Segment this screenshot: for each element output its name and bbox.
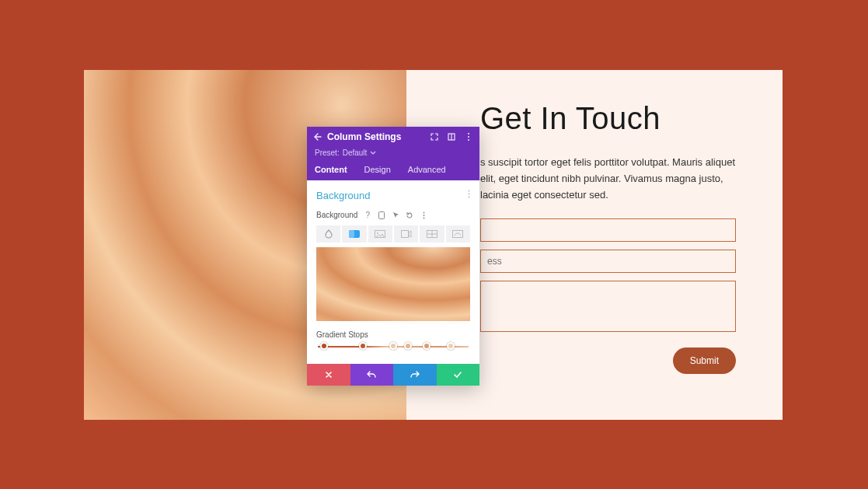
svg-point-8	[469, 197, 470, 198]
gradient-stop[interactable]	[423, 342, 431, 350]
redo-button[interactable]	[393, 364, 437, 386]
bg-tab-pattern[interactable]	[420, 225, 444, 243]
background-field-row: Background ?	[316, 211, 470, 219]
svg-point-6	[469, 190, 470, 192]
svg-rect-21	[453, 231, 463, 238]
gradient-stops-label: Gradient Stops	[316, 330, 470, 339]
kebab-icon[interactable]	[464, 132, 473, 141]
gradient-preview[interactable]	[316, 247, 470, 321]
chevron-down-icon	[370, 150, 376, 156]
gradient-stops-slider[interactable]	[318, 345, 469, 348]
preset-row[interactable]: Preset: Default	[307, 147, 479, 160]
tab-content[interactable]: Content	[315, 165, 347, 174]
page-title: Get In Touch	[480, 101, 736, 136]
tablet-icon[interactable]	[378, 211, 385, 219]
svg-point-11	[423, 215, 424, 216]
email-field[interactable]	[480, 250, 736, 273]
bg-tab-mask[interactable]	[446, 225, 470, 243]
reset-icon[interactable]	[406, 211, 413, 219]
panel-body: Background Background ?	[307, 180, 479, 364]
background-type-tabs	[316, 225, 470, 243]
svg-rect-22	[316, 247, 470, 321]
section-kebab-icon[interactable]	[468, 190, 470, 200]
gradient-stop[interactable]	[359, 342, 367, 350]
svg-point-7	[469, 194, 470, 195]
modal-footer	[307, 364, 479, 386]
expand-icon[interactable]	[430, 132, 439, 141]
bg-tab-color[interactable]	[316, 225, 340, 243]
back-icon[interactable]	[313, 132, 322, 141]
svg-point-10	[423, 211, 424, 213]
page-body: s suscipit tortor eget felis porttitor v…	[480, 155, 736, 203]
svg-point-12	[423, 217, 424, 218]
tab-advanced[interactable]: Advanced	[408, 165, 446, 174]
svg-point-5	[468, 139, 469, 141]
gradient-stop[interactable]	[389, 342, 397, 350]
bg-tab-gradient[interactable]	[342, 225, 366, 243]
svg-point-3	[468, 133, 469, 134]
undo-button[interactable]	[350, 364, 394, 386]
field-label: Background	[316, 211, 357, 219]
snap-icon[interactable]	[447, 132, 456, 141]
gradient-stop[interactable]	[404, 342, 412, 350]
name-field[interactable]	[480, 218, 736, 242]
svg-rect-14	[349, 230, 354, 238]
modal-title: Column Settings	[327, 131, 425, 142]
column-settings-modal: Column Settings Preset: Default Content …	[307, 127, 479, 386]
preset-value: Default	[343, 148, 368, 157]
hover-icon[interactable]	[392, 211, 399, 219]
tab-design[interactable]: Design	[364, 165, 391, 174]
svg-rect-17	[401, 231, 408, 238]
gradient-stop[interactable]	[447, 342, 455, 350]
modal-header[interactable]: Column Settings	[307, 127, 479, 147]
svg-point-4	[468, 136, 469, 138]
preset-label: Preset:	[315, 148, 340, 157]
help-icon[interactable]: ?	[364, 211, 371, 219]
save-button[interactable]	[437, 364, 480, 386]
bg-tab-image[interactable]	[368, 225, 392, 243]
svg-rect-9	[379, 211, 385, 218]
submit-button[interactable]: Submit	[673, 348, 736, 374]
message-field[interactable]	[480, 281, 736, 332]
section-title: Background	[316, 190, 470, 201]
gradient-stop[interactable]	[320, 342, 328, 350]
modal-tabs: Content Design Advanced	[307, 160, 479, 180]
field-kebab-icon[interactable]	[420, 211, 427, 219]
cancel-button[interactable]	[307, 364, 350, 386]
bg-tab-video[interactable]	[394, 225, 418, 243]
svg-point-16	[377, 232, 378, 234]
